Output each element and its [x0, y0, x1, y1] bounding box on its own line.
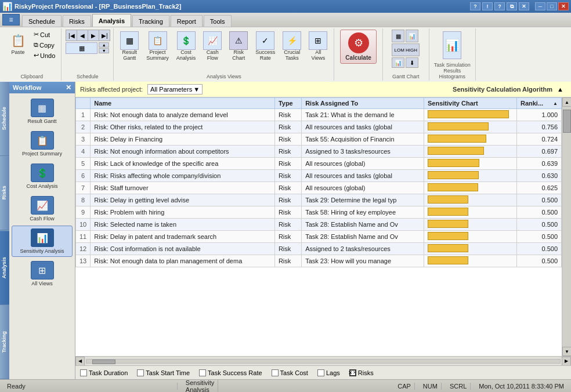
hscroll-track[interactable] [86, 359, 561, 364]
table-row[interactable]: 5 Risk: Lack of knowledge of the specifi… [76, 158, 562, 170]
nav-prev[interactable]: ◀ [77, 30, 88, 41]
table-row[interactable]: 9 Risk: Problem with hiring Risk Task 58… [76, 206, 562, 219]
workflow-close-btn[interactable]: ✕ [66, 84, 71, 92]
cb-success-rate-box[interactable] [199, 369, 206, 376]
cost-analysis-btn[interactable]: 💲 CostAnalysis [174, 30, 199, 63]
workflow-cash-flow[interactable]: 📈 Cash Flow [12, 193, 73, 224]
risk-chart-btn[interactable]: ⚠ RiskChart [226, 30, 251, 63]
table-row[interactable]: 4 Risk: Not enough information about com… [76, 146, 562, 158]
table-row[interactable]: 6 Risk: Risks affecting whole company/di… [76, 170, 562, 182]
gantt-btn-4[interactable]: ⬇ [406, 57, 418, 68]
th-assigned[interactable]: Risk Assigned To [302, 98, 424, 109]
table-row[interactable]: 10 Risk: Selected name is taken Risk Tas… [76, 219, 562, 231]
vtab-tracking[interactable]: Tracking [0, 305, 9, 379]
workflow-result-gantt[interactable]: ▦ Result Gantt [12, 96, 73, 127]
tab-tracking[interactable]: Tracking [132, 15, 169, 27]
table-row[interactable]: 2 Risk: Other risks, related to the proj… [76, 121, 562, 133]
vscroll-up-btn[interactable]: ▲ [562, 97, 571, 107]
tab-risks[interactable]: Risks [63, 15, 91, 27]
cb-risks[interactable]: ✕ Risks [349, 369, 374, 376]
gantt-btn-3[interactable]: 📊 [392, 57, 404, 68]
help-btn-3[interactable]: ? [494, 2, 505, 10]
nav-next[interactable]: ▶ [88, 30, 99, 41]
cb-start-time[interactable]: Task Start Time [137, 369, 190, 376]
workflow-cost-analysis[interactable]: 💲 Cost Analysis [12, 161, 73, 192]
calculate-label: Calculate [345, 55, 371, 61]
maximize-button[interactable]: □ [547, 2, 557, 10]
cb-risks-box[interactable]: ✕ [349, 369, 356, 376]
hscroll-right-btn[interactable]: ▶ [562, 357, 571, 366]
vtab-analysis[interactable]: Analysis [0, 231, 9, 305]
nav-last[interactable]: ▶| [99, 30, 110, 41]
nav-first[interactable]: |◀ [66, 30, 77, 41]
cell-assigned: Task 29: Determine the legal typ [302, 194, 424, 206]
cb-lags-box[interactable] [317, 369, 324, 376]
th-ranking[interactable]: Ranki... ▲ [516, 98, 561, 109]
restore-inner-btn[interactable]: ⧉ [507, 2, 517, 10]
paste-button[interactable]: 📋 Paste [6, 30, 30, 57]
cb-start-time-box[interactable] [137, 369, 144, 376]
vtab-schedule[interactable]: Schedule [0, 82, 9, 156]
table-row[interactable]: 11 Risk: Delay in patent and trademark s… [76, 231, 562, 243]
undo-button[interactable]: ↩ Undo [31, 50, 57, 60]
vscroll-track[interactable] [562, 107, 571, 347]
tab-tools[interactable]: Tools [204, 15, 232, 27]
minimize-button[interactable]: ─ [535, 2, 545, 10]
cb-success-rate[interactable]: Task Success Rate [199, 369, 262, 376]
ribbon-content: 📋 Paste ✂ Cut ⧉ Copy ↩ [0, 27, 571, 82]
sensitivity-sort-icon[interactable]: ▲ [557, 86, 566, 93]
vscroll-down-btn[interactable]: ▼ [562, 347, 571, 356]
table-row[interactable]: 7 Risk: Staff turnover Risk All resource… [76, 182, 562, 194]
project-summary-btn[interactable]: 📋 ProjectSummary [143, 30, 172, 63]
schedule-collapse[interactable]: ▼ [99, 48, 109, 53]
th-type[interactable]: Type [274, 98, 301, 109]
schedule-expand[interactable]: ▲ [99, 42, 109, 48]
calculate-button[interactable]: ⚙ Calculate [340, 30, 376, 64]
horizontal-scrollbar[interactable]: ◀ ▶ [75, 356, 571, 365]
th-name[interactable]: Name [91, 98, 275, 109]
workflow-sensitivity-analysis[interactable]: 📊 Sensitivity Analysis [12, 226, 73, 257]
table-row[interactable]: 8 Risk: Delay in getting level advise Ri… [76, 194, 562, 206]
cell-num: 2 [76, 121, 91, 133]
success-rate-btn[interactable]: ✓ SuccessRate [252, 30, 278, 63]
gantt-lom[interactable]: LOM HIGH [392, 43, 420, 56]
gantt-btn-2[interactable]: 📊 [406, 30, 418, 42]
vscroll-thumb[interactable] [563, 110, 571, 133]
cut-button[interactable]: ✂ Cut [31, 30, 57, 39]
close-inner-btn[interactable]: ✕ [519, 2, 529, 10]
vertical-scrollbar[interactable]: ▲ ▼ [562, 97, 571, 356]
help-btn-2[interactable]: ! [482, 2, 493, 10]
cb-task-cost-box[interactable] [272, 369, 279, 376]
hscroll-thumb[interactable] [92, 360, 115, 364]
histogram-btn[interactable]: 📊 [440, 30, 464, 61]
table-container[interactable]: Name Type Risk Assigned To [75, 97, 562, 356]
help-btn-1[interactable]: ? [470, 2, 480, 10]
cb-task-duration[interactable]: Task Duration [80, 369, 128, 376]
table-row[interactable]: 13 Risk: Not enough data to plan managem… [76, 255, 562, 267]
cb-task-duration-box[interactable] [80, 369, 87, 376]
filter-dropdown[interactable]: All Parameters ▼ [147, 84, 203, 95]
all-views-btn[interactable]: ⊞ AllViews [306, 30, 330, 63]
cb-task-cost[interactable]: Task Cost [272, 369, 308, 376]
th-chart[interactable]: Sensitivity Chart [424, 98, 516, 109]
hscroll-left-btn[interactable]: ◀ [75, 357, 85, 366]
close-button[interactable]: ✕ [558, 2, 569, 10]
table-row[interactable]: 12 Risk: Cost information is not availab… [76, 243, 562, 255]
gantt-btn-1[interactable]: ▦ [392, 30, 404, 42]
copy-button[interactable]: ⧉ Copy [31, 40, 57, 50]
table-row[interactable]: 3 Risk: Delay in Financing Risk Task 55:… [76, 133, 562, 146]
tab-analysis[interactable]: Analysis [92, 14, 131, 27]
tab-schedule[interactable]: Schedule [22, 15, 62, 27]
cash-flow-btn[interactable]: 📈 CashFlow [200, 30, 225, 63]
cost-analysis-icon: 💲 [177, 31, 196, 50]
cb-lags[interactable]: Lags [317, 369, 340, 376]
result-gantt-btn[interactable]: ▦ ResultGantt [117, 30, 142, 63]
vtab-risks[interactable]: Risks [0, 156, 9, 230]
crucial-tasks-btn[interactable]: ⚡ CrucialTasks [280, 30, 304, 63]
workflow-project-summary[interactable]: 📋 Project Summary [12, 128, 73, 159]
app-menu-btn[interactable]: ≡ [2, 14, 20, 26]
workflow-all-views[interactable]: ⊞ All Views [12, 258, 73, 289]
cell-num: 8 [76, 194, 91, 206]
table-row[interactable]: 1 Risk: Not enough data to analyze deman… [76, 109, 562, 121]
tab-report[interactable]: Report [171, 15, 203, 27]
